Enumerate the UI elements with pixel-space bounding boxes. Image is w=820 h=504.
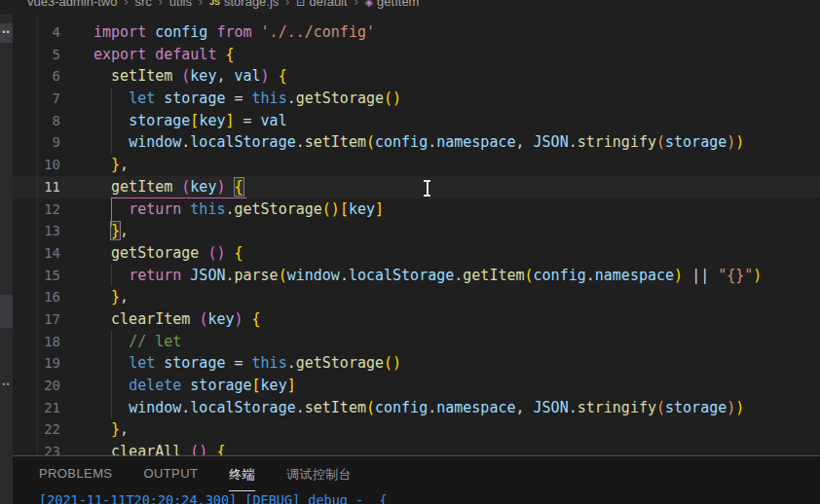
- breadcrumb-label: default: [310, 0, 348, 9]
- breadcrumb-item-storage-js[interactable]: JSstorage.js: [209, 0, 279, 9]
- code-line-text: },: [93, 220, 129, 242]
- breadcrumb-label: src: [135, 0, 152, 9]
- breadcrumb-label: getItem: [377, 0, 419, 9]
- overflow-dots-icon[interactable]: ••: [0, 23, 13, 43]
- code-line-8[interactable]: 8 storage[key] = val: [13, 110, 820, 132]
- code-line-text: clearAll () {: [93, 441, 225, 455]
- text-cursor: [243, 179, 245, 195]
- code-line-9[interactable]: 9 window.localStorage.setItem(config.nam…: [13, 131, 820, 154]
- panel-tab-终端[interactable]: 终端: [229, 466, 255, 491]
- code-line-14[interactable]: 14 getStorage () {: [13, 242, 820, 265]
- code-line-text: },: [93, 154, 129, 176]
- breadcrumb-separator: ›: [125, 0, 129, 9]
- breadcrumb-item-src[interactable]: src: [135, 0, 152, 9]
- code-line-text: getItem (key) {: [93, 176, 244, 198]
- breadcrumb: vue3-admin-two›src›utils›JSstorage.js›⊡d…: [0, 0, 820, 15]
- breadcrumb-separator: ›: [285, 0, 289, 9]
- breadcrumb-label: storage.js: [224, 0, 279, 9]
- code-line-13[interactable]: 13 },: [13, 220, 820, 242]
- method-symbol-icon: ◈: [365, 0, 373, 7]
- js-file-icon: JS: [209, 0, 220, 7]
- code-line-text: setItem (key, val) {: [93, 65, 287, 88]
- code-line-text: },: [93, 286, 129, 308]
- code-line-text: delete storage[key]: [93, 375, 296, 397]
- code-line-15[interactable]: 15 return JSON.parse(window.localStorage…: [13, 265, 820, 287]
- code-line-text: export default {: [93, 44, 235, 66]
- code-line-text: return JSON.parse(window.localStorage.ge…: [93, 265, 762, 287]
- gutter-divider: [37, 0, 38, 455]
- code-line-17[interactable]: 17 clearItem (key) {: [13, 308, 820, 331]
- code-line-23[interactable]: 23 clearAll () {: [13, 441, 820, 455]
- code-line-22[interactable]: 22 },: [13, 418, 820, 441]
- breadcrumb-separator: ›: [354, 0, 358, 9]
- default-symbol-icon: ⊡: [296, 0, 305, 7]
- code-line-6[interactable]: 6 setItem (key, val) {: [13, 65, 820, 88]
- code-line-19[interactable]: 19 let storage = this.getStorage(): [13, 352, 820, 375]
- panel-tab-output[interactable]: OUTPUT: [143, 466, 198, 491]
- code-line-text: let storage = this.getStorage(): [93, 88, 401, 110]
- code-line-16[interactable]: 16 },: [13, 286, 820, 308]
- code-line-text: window.localStorage.setItem(config.names…: [93, 131, 744, 154]
- breadcrumb-item-utils[interactable]: utils: [169, 0, 192, 9]
- code-line-text: let storage = this.getStorage(): [93, 352, 401, 375]
- breadcrumb-label: utils: [169, 0, 192, 9]
- code-line-10[interactable]: 10 },: [13, 154, 820, 176]
- code-line-18[interactable]: 18 // let: [13, 331, 820, 353]
- breadcrumb-item-getitem[interactable]: ◈getItem: [365, 0, 420, 9]
- breadcrumb-item-vue3-admin-two[interactable]: vue3-admin-two: [27, 0, 118, 9]
- breadcrumb-separator: ›: [199, 0, 203, 9]
- overflow-dots-icon: ••: [0, 379, 13, 389]
- breadcrumb-item-default[interactable]: ⊡default: [296, 0, 347, 9]
- breadcrumb-separator: ›: [159, 0, 163, 9]
- code-line-text: clearItem (key) {: [93, 308, 261, 331]
- code-line-20[interactable]: 20 delete storage[key]: [13, 375, 820, 397]
- code-line-7[interactable]: 7 let storage = this.getStorage(): [13, 88, 820, 110]
- code-line-text: import config from './../config': [93, 21, 375, 44]
- code-line-text: getStorage () {: [93, 242, 243, 265]
- scrollbar-thumb[interactable]: [0, 295, 13, 328]
- code-line-text: return this.getStorage()[key]: [93, 198, 384, 221]
- code-editor[interactable]: 4import config from './../config'5export…: [13, 15, 820, 455]
- bottom-panel: PROBLEMSOUTPUT终端调试控制台 [2021-11-11T20:20:…: [0, 455, 820, 504]
- code-line-4[interactable]: 4import config from './../config': [13, 21, 820, 44]
- breadcrumb-label: vue3-admin-two: [27, 0, 118, 9]
- panel-tab-调试控制台[interactable]: 调试控制台: [286, 466, 352, 491]
- code-line-text: },: [93, 418, 129, 441]
- code-line-text: window.localStorage.setItem(config.names…: [93, 397, 744, 419]
- code-line-text: storage[key] = val: [93, 110, 287, 132]
- code-line-text: // let: [93, 331, 181, 353]
- code-line-12[interactable]: 12 return this.getStorage()[key]: [13, 198, 820, 221]
- panel-tab-problems[interactable]: PROBLEMS: [39, 466, 112, 491]
- code-line-5[interactable]: 5export default {: [13, 44, 820, 66]
- terminal-log-line[interactable]: [2021-11-11T20:20:24.300] [DEBUG] debug …: [39, 493, 818, 504]
- code-line-11[interactable]: 11 getItem (key) {: [13, 176, 820, 198]
- code-line-21[interactable]: 21 window.localStorage.setItem(config.na…: [13, 397, 820, 419]
- left-edge-strip: •• ••: [0, 0, 13, 504]
